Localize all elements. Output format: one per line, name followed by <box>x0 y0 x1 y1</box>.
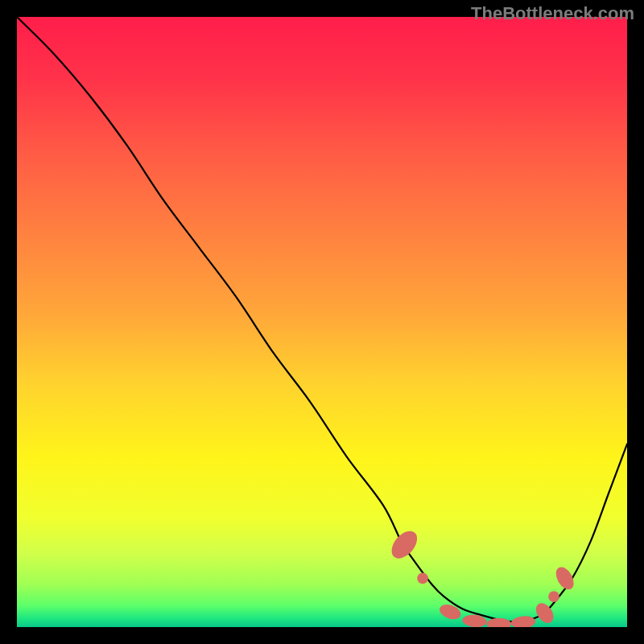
attribution-text: TheBottleneck.com <box>471 3 634 24</box>
gradient-background <box>17 17 627 627</box>
chart-frame: TheBottleneck.com <box>0 0 644 644</box>
marker-dot <box>417 573 428 584</box>
chart-svg <box>17 17 627 627</box>
marker-dot <box>548 591 559 602</box>
chart-plot <box>17 17 627 627</box>
